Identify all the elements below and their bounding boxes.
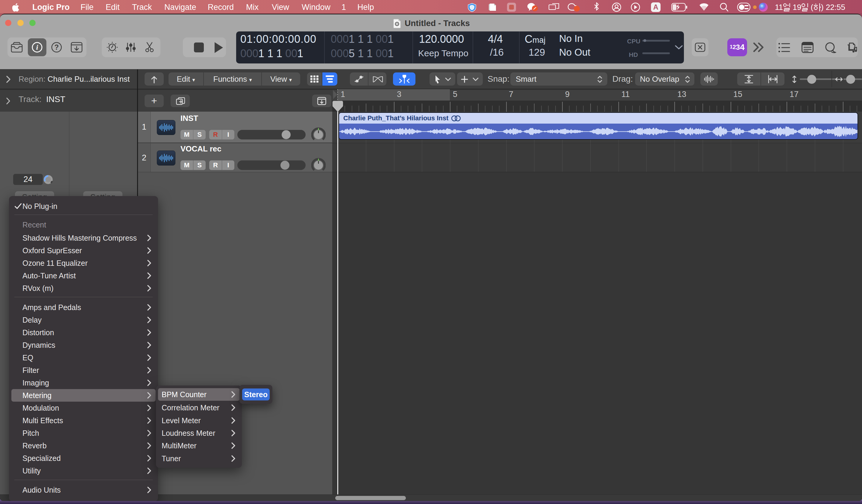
svg-text:i: i	[36, 43, 38, 51]
svg-text:?: ?	[54, 43, 59, 51]
